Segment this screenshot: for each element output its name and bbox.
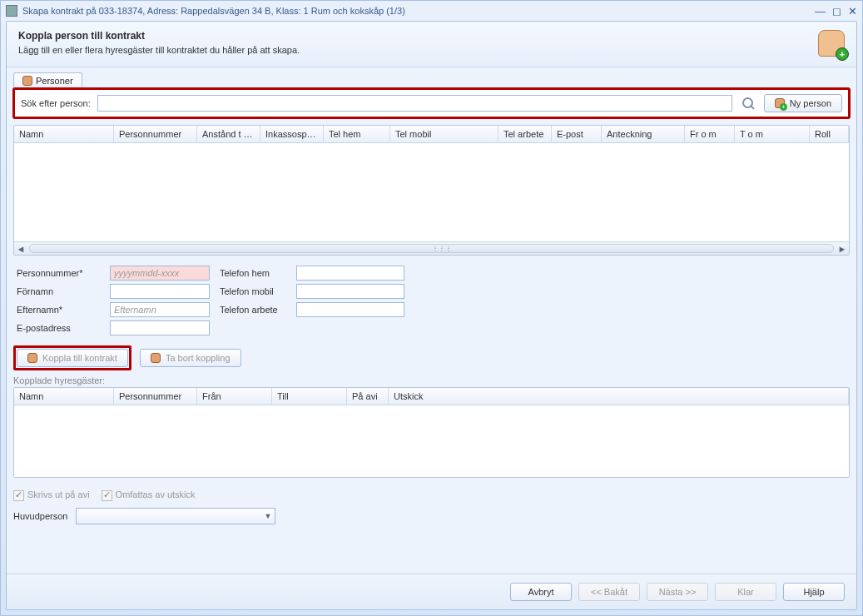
page-title: Koppla person till kontrakt [18,30,300,42]
col2-utskick[interactable]: Utskick [389,388,849,405]
col-personnummer[interactable]: Personnummer [114,126,197,142]
huvudperson-label: Huvudperson [13,511,67,521]
person-icon [27,353,37,363]
window-frame: Skapa kontrakt på 033-18374, Adress: Rap… [0,0,863,616]
new-person-button[interactable]: Ny person [764,94,842,112]
omfattas-label: Omfattas av utskick [116,489,196,499]
skrivs-checkbox[interactable]: Skrivs ut på avi [13,489,90,501]
col-from[interactable]: Fr o m [685,126,735,142]
search-icon [742,97,754,109]
person-form: Personnummer* Telefon hem Förnamn Telefo… [13,262,850,339]
telmobil-label: Telefon mobil [220,286,286,296]
close-button[interactable]: ✕ [848,6,857,17]
tabort-button[interactable]: Ta bort koppling [140,349,241,367]
scroll-grip-icon: ⋮⋮⋮ [432,245,452,252]
personnummer-label: Personnummer* [17,268,100,278]
nasta-button[interactable]: Nästa >> [647,583,708,601]
telarbete-field[interactable] [296,302,404,317]
person-icon [151,353,161,363]
col-telhem[interactable]: Tel hem [324,126,390,142]
content-frame: Koppla person till kontrakt Lägg till en… [6,21,857,610]
tab-personer[interactable]: Personer [13,72,82,88]
huvudperson-dropdown[interactable]: ▼ [76,508,275,524]
search-input[interactable] [97,95,732,112]
titlebar: Skapa kontrakt på 033-18374, Adress: Rap… [1,1,862,21]
chevron-down-icon: ▼ [265,512,272,520]
koppla-label: Koppla till kontrakt [42,353,117,363]
col-roll[interactable]: Roll [810,126,849,142]
bakat-button[interactable]: << Bakåt [578,583,640,601]
telhem-label: Telefon hem [220,268,286,278]
grid-header: Namn Personnummer Anstånd t o... Inkasso… [14,126,849,143]
hjalp-label: Hjälp [803,587,824,597]
person-icon [22,76,32,86]
col2-paavi[interactable]: På avi [347,388,389,405]
checkbox-row: Skrivs ut på avi Omfattas av utskick [13,489,850,501]
action-row: Koppla till kontrakt Ta bort koppling [13,345,850,370]
koppla-button[interactable]: Koppla till kontrakt [17,349,128,367]
omfattas-checkbox[interactable]: Omfattas av utskick [102,489,196,501]
col-inkasso[interactable]: Inkassospä... [260,126,324,142]
person-add-icon [818,30,845,57]
fornamn-label: Förnamn [17,286,100,296]
search-panel: Sök efter person: Ny person [13,88,850,118]
col-telarbete[interactable]: Tel arbete [498,126,552,142]
col2-fran[interactable]: Från [197,388,272,405]
window-title: Skapa kontrakt på 033-18374, Adress: Rap… [22,6,405,16]
telhem-field[interactable] [296,266,404,281]
highlight-koppla: Koppla till kontrakt [13,345,131,370]
search-results-grid: Namn Personnummer Anstånd t o... Inkasso… [13,125,850,256]
skrivs-label: Skrivs ut på avi [27,489,90,499]
wizard-footer: Avbryt << Bakåt Nästa >> Klar Hjälp [7,574,856,609]
maximize-button[interactable]: ◻ [832,6,841,17]
personnummer-field[interactable] [110,266,210,281]
person-add-icon [775,98,785,108]
scroll-right-icon[interactable]: ► [836,242,849,255]
bakat-label: << Bakåt [591,587,627,597]
checkbox-icon [13,490,24,501]
col2-till[interactable]: Till [272,388,347,405]
col2-personnummer[interactable]: Personnummer [114,388,197,405]
tab-strip: Personer [7,67,856,88]
grid-body[interactable] [14,143,849,241]
klar-label: Klar [737,587,754,597]
col-anteckning[interactable]: Anteckning [602,126,685,142]
epost-field[interactable] [110,320,210,335]
wizard-header: Koppla person till kontrakt Lägg till en… [7,22,856,67]
grid-body[interactable] [14,405,849,477]
efternamn-field[interactable] [110,302,210,317]
col-tom[interactable]: T o m [735,126,810,142]
col-telmobil[interactable]: Tel mobil [390,126,498,142]
kopplade-grid: Namn Personnummer Från Till På avi Utski… [13,387,850,478]
telmobil-field[interactable] [296,284,404,299]
kopplade-label: Kopplade hyresgäster: [13,375,850,385]
search-button[interactable] [739,94,757,112]
app-icon [6,5,17,17]
grid-header: Namn Personnummer Från Till På avi Utski… [14,388,849,405]
huvudperson-row: Huvudperson ▼ [13,508,850,524]
col2-namn[interactable]: Namn [14,388,114,405]
avbryt-label: Avbryt [528,587,554,597]
col-namn[interactable]: Namn [14,126,114,142]
nasta-label: Nästa >> [659,587,697,597]
col-epost[interactable]: E-post [552,126,602,142]
scroll-left-icon[interactable]: ◄ [14,242,27,255]
epost-label: E-postadress [17,323,100,333]
hjalp-button[interactable]: Hjälp [783,583,845,601]
search-label: Sök efter person: [21,98,91,108]
telarbete-label: Telefon arbete [220,305,286,315]
new-person-label: Ny person [790,98,831,108]
horizontal-scrollbar[interactable]: ◄ ⋮⋮⋮ ► [14,241,849,255]
avbryt-button[interactable]: Avbryt [510,583,572,601]
fornamn-field[interactable] [110,284,210,299]
tab-label: Personer [36,76,73,86]
checkbox-icon [102,490,112,501]
tabort-label: Ta bort koppling [166,353,231,363]
efternamn-label: Efternamn* [17,305,100,315]
klar-button[interactable]: Klar [715,583,776,601]
col-anstand[interactable]: Anstånd t o... [197,126,260,142]
page-subtitle: Lägg till en eller flera hyresgäster til… [18,45,300,55]
minimize-button[interactable]: — [815,6,826,17]
